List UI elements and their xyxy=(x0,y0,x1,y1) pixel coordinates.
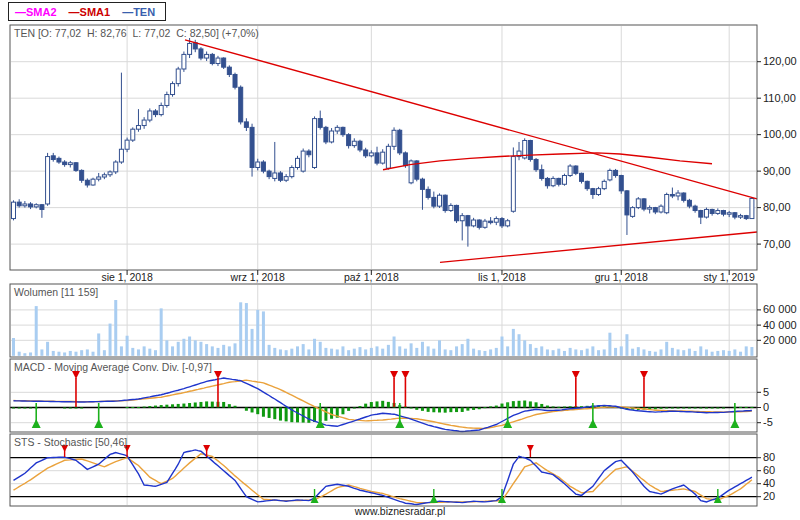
price-panel-header: TEN [O: 77,02 H: 82,76 L: 77,02 C: 82,50… xyxy=(14,27,259,39)
candle-up xyxy=(506,221,510,226)
x-axis-tick-label: wrz 1, 2018 xyxy=(230,271,285,283)
volume-bar xyxy=(478,350,481,356)
candle-down xyxy=(670,194,674,196)
volume-bar xyxy=(273,348,276,356)
site-footer-link[interactable]: www.biznesradar.pl xyxy=(0,505,800,517)
macd-histogram-bar xyxy=(330,408,333,419)
volume-bar xyxy=(665,342,668,356)
volume-bar xyxy=(546,349,549,355)
volume-bar xyxy=(461,344,464,356)
candle-down xyxy=(466,216,470,226)
legend-item-sma1[interactable]: —SMA1 xyxy=(69,6,111,18)
macd-histogram-bar xyxy=(364,404,367,408)
volume-bar xyxy=(620,346,623,355)
volume-bar xyxy=(637,347,640,356)
volume-bar xyxy=(608,333,611,356)
volume-bar xyxy=(597,350,600,356)
candle-down xyxy=(545,178,549,185)
price-axis-tick-label: 80,00 xyxy=(763,201,791,213)
candle-up xyxy=(648,208,652,210)
macd-histogram-bar xyxy=(23,408,26,409)
volume-bar xyxy=(472,349,475,356)
candle-up xyxy=(188,43,192,54)
volume-bar xyxy=(268,345,271,356)
price-axis-tick-label: 110,00 xyxy=(763,92,796,104)
legend-item-sma2[interactable]: —SMA2 xyxy=(15,6,57,18)
macd-histogram-bar xyxy=(569,406,572,407)
candle-down xyxy=(244,122,248,127)
candle-up xyxy=(296,158,300,167)
candle-up xyxy=(750,199,754,219)
macd-histogram-bar xyxy=(535,402,538,407)
volume-bar xyxy=(705,349,708,355)
macd-histogram-bar xyxy=(273,408,276,420)
sts-axis-tick-label: 80 xyxy=(763,451,775,463)
volume-bar xyxy=(302,344,305,356)
macd-histogram-bar xyxy=(268,408,271,418)
candle-down xyxy=(682,193,686,200)
candle-up xyxy=(68,163,72,165)
volume-bar xyxy=(74,352,77,356)
candle-down xyxy=(687,200,691,206)
macd-histogram-bar xyxy=(18,408,21,409)
volume-bar xyxy=(256,310,259,356)
volume-bar xyxy=(495,348,498,356)
macd-histogram-bar xyxy=(353,408,356,409)
x-axis-tick-label: lis 1, 2018 xyxy=(478,271,526,283)
macd-histogram-bar xyxy=(74,408,77,409)
volume-bar xyxy=(137,349,140,355)
macd-histogram-bar xyxy=(80,408,83,409)
candle-up xyxy=(460,216,464,221)
macd-histogram-bar xyxy=(671,408,674,409)
volume-bar xyxy=(199,342,202,356)
candle-up xyxy=(301,151,305,171)
candle-up xyxy=(205,54,209,58)
macd-histogram-bar xyxy=(518,401,521,408)
candle-up xyxy=(369,153,373,156)
candle-up xyxy=(256,162,260,167)
sell-arrow-icon xyxy=(214,371,222,379)
legend-item-ten[interactable]: —TEN xyxy=(122,6,155,18)
candle-up xyxy=(511,157,515,212)
macd-histogram-bar xyxy=(449,408,452,413)
candle-down xyxy=(364,150,368,156)
candle-up xyxy=(284,177,288,181)
volume-bar xyxy=(63,352,66,355)
price-axis-tick-label: 70,00 xyxy=(763,238,791,250)
volume-bar xyxy=(688,349,691,356)
macd-histogram-bar xyxy=(716,408,719,409)
macd-histogram-bar xyxy=(188,403,191,407)
volume-bar xyxy=(35,306,38,356)
macd-histogram-bar xyxy=(347,408,350,411)
macd-histogram-bar xyxy=(557,407,560,408)
sts-panel-header: STS - Stochastic [50,46] xyxy=(14,436,127,448)
candle-up xyxy=(23,204,27,206)
volume-bar xyxy=(29,352,32,355)
macd-histogram-bar xyxy=(495,406,498,408)
macd-histogram-bar xyxy=(540,404,543,408)
volume-bar xyxy=(387,345,390,356)
volume-bar xyxy=(552,350,555,356)
volume-bar xyxy=(330,349,333,356)
macd-histogram-bar xyxy=(148,406,151,407)
volume-bar xyxy=(251,329,254,356)
chart-root: —SMA2—SMA1—TEN TEN [O: 77,02 H: 82,76 L:… xyxy=(0,0,800,520)
macd-histogram-bar xyxy=(455,408,458,413)
candle-up xyxy=(176,69,180,84)
macd-histogram-bar xyxy=(126,407,129,408)
candle-down xyxy=(500,219,504,226)
sts-axis-tick-label: 20 xyxy=(763,490,775,502)
candle-up xyxy=(494,219,498,223)
volume-bar xyxy=(563,351,566,356)
macd-histogram-bar xyxy=(358,406,361,407)
volume-bar xyxy=(580,350,583,356)
volume-bar xyxy=(518,334,521,356)
macd-histogram-bar xyxy=(739,407,742,408)
macd-histogram-bar xyxy=(529,401,532,407)
macd-histogram-bar xyxy=(199,402,202,408)
volume-bar xyxy=(523,340,526,356)
buy-triangle-icon xyxy=(94,419,103,428)
macd-histogram-bar xyxy=(677,408,680,409)
candle-down xyxy=(17,202,21,206)
sell-arrow-icon xyxy=(203,445,210,452)
